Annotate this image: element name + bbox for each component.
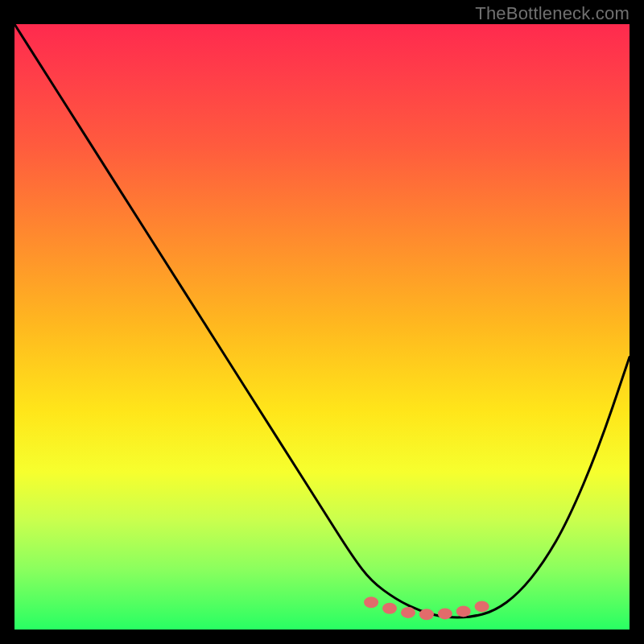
marker-dot <box>456 605 471 617</box>
chart-frame: TheBottleneck.com <box>0 0 644 644</box>
marker-dot <box>475 601 489 612</box>
marker-dot <box>364 597 378 608</box>
watermark-text: TheBottleneck.com <box>475 3 630 24</box>
marker-dot <box>382 603 397 614</box>
chart-svg <box>14 24 630 630</box>
bottleneck-curve <box>14 24 630 617</box>
marker-dot <box>438 608 452 619</box>
chart-plot-area <box>14 24 630 630</box>
marker-dot <box>401 607 415 618</box>
marker-dot <box>419 609 434 620</box>
